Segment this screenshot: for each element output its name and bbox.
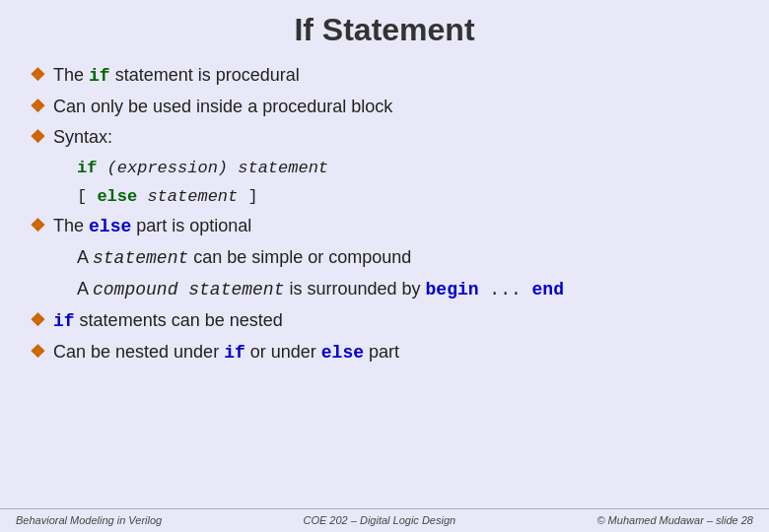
compound-statement-keyword: compound statement — [93, 280, 284, 299]
bullet-text-4: The else part is optional — [53, 214, 251, 239]
indent-item-1: A statement can be simple or compound — [77, 245, 730, 271]
dots: ... — [479, 280, 532, 299]
slide-title: If Statement — [20, 12, 749, 48]
bullet-diamond-5: ❖ — [30, 309, 45, 331]
bullet-diamond-4: ❖ — [30, 215, 45, 236]
slide: If Statement ❖ The if statement is proce… — [0, 0, 769, 532]
bullet-item-5: ❖ if statements can be nested — [30, 308, 730, 334]
title-area: If Statement — [0, 0, 769, 58]
content-area: ❖ The if statement is procedural ❖ Can o… — [0, 58, 769, 508]
bullet-text-6: Can be nested under if or under else par… — [53, 340, 399, 366]
code-if: if — [77, 159, 97, 177]
begin-keyword: begin — [426, 280, 479, 299]
else-keyword-4: else — [89, 217, 131, 236]
code-paren: (expression) statement — [107, 159, 328, 177]
bullet-item-2: ❖ Can only be used inside a procedural b… — [30, 95, 730, 119]
code-else: else — [97, 187, 137, 206]
bullet-diamond-2: ❖ — [30, 96, 45, 117]
bullet-item-6: ❖ Can be nested under if or under else p… — [30, 340, 730, 366]
footer-left: Behavioral Modeling in Verilog — [16, 514, 162, 526]
bullet-item-4: ❖ The else part is optional — [30, 214, 730, 239]
code-line-1: if (expression) statement — [77, 159, 730, 177]
if-keyword-5: if — [53, 311, 75, 331]
code-bracket-open: [ — [77, 187, 97, 206]
statement-keyword: statement — [93, 248, 188, 268]
if-keyword-1: if — [89, 66, 110, 86]
bullet-diamond-6: ❖ — [30, 341, 45, 363]
bullet-text-1: The if statement is procedural — [53, 63, 300, 89]
bullet-item-1: ❖ The if statement is procedural — [30, 63, 730, 89]
footer-right: © Muhamed Mudawar – slide 28 — [596, 514, 753, 526]
code-statement: statement — [137, 187, 238, 206]
bullet-text-5: if statements can be nested — [53, 308, 283, 334]
end-keyword: end — [532, 280, 564, 299]
footer-center: COE 202 – Digital Logic Design — [303, 514, 455, 526]
bullet-text-2: Can only be used inside a procedural blo… — [53, 95, 392, 119]
indent-item-2: A compound statement is surrounded by be… — [77, 277, 730, 302]
bullet-diamond-3: ❖ — [30, 126, 45, 148]
bullet-item-3: ❖ Syntax: — [30, 125, 730, 150]
code-bracket-close: ] — [238, 187, 257, 206]
footer: Behavioral Modeling in Verilog COE 202 –… — [0, 508, 769, 532]
else-keyword-6: else — [321, 343, 364, 363]
code-line-2: [ else statement ] — [77, 187, 730, 206]
if-keyword-6: if — [224, 343, 245, 363]
bullet-text-3: Syntax: — [53, 125, 112, 150]
bullet-diamond-1: ❖ — [30, 64, 45, 86]
